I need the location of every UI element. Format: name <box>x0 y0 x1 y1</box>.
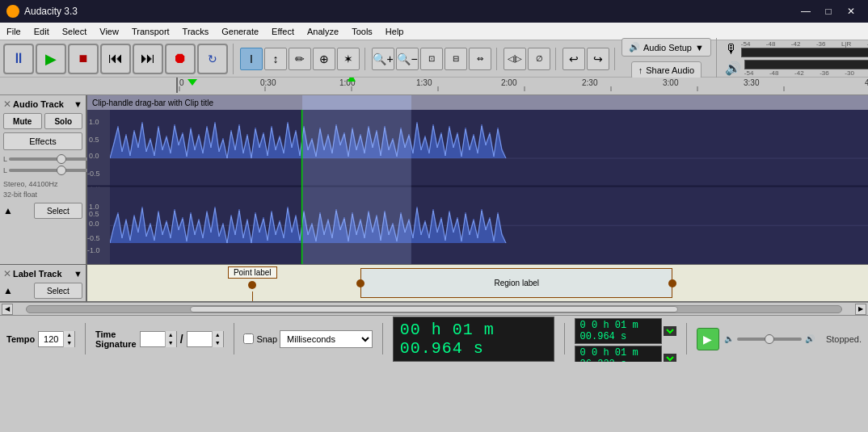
region-left-handle[interactable] <box>356 279 364 287</box>
record-vu-icon[interactable]: 🎙 <box>725 42 738 57</box>
record-button[interactable]: ⏺ <box>165 44 196 74</box>
time-display-text: 00 h 01 m 00.964 s <box>400 321 547 358</box>
minimize-button[interactable]: — <box>795 4 816 19</box>
scroll-right-arrow[interactable]: ▶ <box>855 304 866 315</box>
time-format-select[interactable]: Milliseconds Seconds Minutes:Seconds Bea… <box>280 330 373 348</box>
svg-text:1.0: 1.0 <box>89 118 99 126</box>
menu-select[interactable]: Select <box>56 23 94 40</box>
time-sig-den-up-button[interactable]: ▲ <box>212 331 223 339</box>
menu-file[interactable]: File <box>0 23 27 40</box>
time-signature-label: Time Signature <box>95 329 137 349</box>
tempo-down-button[interactable]: ▼ <box>63 339 74 347</box>
share-icon: ↑ <box>638 65 643 75</box>
label-track-header: ✕ Label Track ▼ <box>3 268 82 279</box>
selection-start-text: 0 0 h 01 m 00.964 s <box>580 320 657 342</box>
audio-setup-label: Audio Setup <box>643 43 692 52</box>
playback-play-button[interactable]: ▶ <box>697 328 719 350</box>
audio-track-panel: ✕ Audio Track ▼ Mute Solo Effects L R L … <box>0 95 868 265</box>
time-sig-num-up-button[interactable]: ▲ <box>165 331 176 339</box>
trim-audio-button[interactable]: ◁|▷ <box>504 48 526 70</box>
tempo-up-button[interactable]: ▲ <box>63 331 74 339</box>
redo-button[interactable]: ↪ <box>587 48 609 70</box>
audio-track-waveform[interactable]: Clip-handle drag-bar with Clip title 1.0… <box>87 95 868 264</box>
playback-vu-icon[interactable]: 🔊 <box>725 61 741 76</box>
select-tool-button[interactable]: I <box>240 48 263 70</box>
loop-button[interactable]: ↻ <box>197 44 228 74</box>
undo-button[interactable]: ↩ <box>563 48 585 70</box>
playback-volume-slider[interactable] <box>737 338 802 341</box>
envelope-tool-button[interactable]: ↕ <box>264 48 287 70</box>
divider-5 <box>686 323 687 354</box>
maximize-button[interactable]: □ <box>818 4 839 19</box>
tempo-input[interactable]: 120 <box>39 334 63 344</box>
svg-text:1:30: 1:30 <box>416 78 432 87</box>
audio-track-controls: ✕ Audio Track ▼ Mute Solo Effects L R L … <box>0 95 87 264</box>
snap-checkbox[interactable] <box>243 333 254 344</box>
label-track-close-button[interactable]: ✕ <box>3 268 11 279</box>
selection-start-dropdown[interactable]: ▼ <box>664 326 676 336</box>
svg-text:3:30: 3:30 <box>744 78 760 87</box>
time-sig-numerator-input[interactable]: 4 <box>141 334 165 344</box>
time-sig-num-down-button[interactable]: ▼ <box>165 339 176 347</box>
menu-transport[interactable]: Transport <box>125 23 176 40</box>
menu-generate[interactable]: Generate <box>215 23 265 40</box>
menu-effect[interactable]: Effect <box>265 23 301 40</box>
svg-text:2:00: 2:00 <box>501 78 517 87</box>
fit-selection-button[interactable]: ⊡ <box>420 48 443 70</box>
audio-track-select-button[interactable]: Select <box>34 203 82 219</box>
play-button[interactable]: ▶ <box>36 44 66 74</box>
zoom-tool-button[interactable]: ⊕ <box>313 48 335 70</box>
svg-text:3:00: 3:00 <box>663 78 679 87</box>
menu-tracks[interactable]: Tracks <box>176 23 216 40</box>
menu-edit[interactable]: Edit <box>27 23 56 40</box>
time-sig-num-spinner[interactable]: 4 ▲ ▼ <box>140 331 177 347</box>
share-audio-button[interactable]: ↑ Share Audio <box>631 61 702 79</box>
menu-tools[interactable]: Tools <box>345 23 379 40</box>
scroll-track[interactable] <box>26 305 842 313</box>
menu-analyze[interactable]: Analyze <box>301 23 345 40</box>
close-button[interactable]: ✕ <box>841 4 862 19</box>
zoom-in-button[interactable]: 🔍+ <box>372 48 394 70</box>
tempo-spinner[interactable]: 120 ▲ ▼ <box>38 331 75 347</box>
audio-track-dropdown-button[interactable]: ▼ <box>74 99 82 109</box>
snap-label[interactable]: Snap <box>256 334 277 344</box>
time-sig-den-down-button[interactable]: ▼ <box>212 339 223 347</box>
scroll-left-arrow[interactable]: ◀ <box>2 304 13 315</box>
fit-project-button[interactable]: ⊟ <box>445 48 467 70</box>
zoom-toggle-button[interactable]: ⇔ <box>469 48 491 70</box>
mute-button[interactable]: Mute <box>3 113 42 129</box>
label-track-area[interactable]: Point label Region label <box>87 265 868 301</box>
menu-view[interactable]: View <box>93 23 125 40</box>
pause-button[interactable]: ⏸ <box>3 44 34 74</box>
menubar: File Edit Select View Transport Tracks G… <box>0 23 868 40</box>
audio-setup-button[interactable]: 🔊 Audio Setup ▼ <box>622 38 711 57</box>
trim-section: ◁|▷ ∅ <box>504 48 556 70</box>
time-sig-den-spinner[interactable]: 4 ▲ ▼ <box>187 331 224 347</box>
time-sig-denominator-input[interactable]: 4 <box>188 334 212 344</box>
stop-button[interactable]: ■ <box>68 44 99 74</box>
horizontal-scrollbar[interactable]: ◀ ▶ <box>0 302 868 315</box>
selection-section: Selection ⚙ 0 0 h 01 m 00.964 s ▼ 0 0 h … <box>575 315 677 362</box>
audio-track-close-button[interactable]: ✕ <box>3 99 11 110</box>
solo-button[interactable]: Solo <box>44 113 83 129</box>
scroll-thumb[interactable] <box>190 306 679 312</box>
draw-tool-button[interactable]: ✏ <box>289 48 311 70</box>
effects-button[interactable]: Effects <box>3 132 82 150</box>
audio-track-expand-button[interactable]: ▲ <box>3 205 13 216</box>
skip-end-button[interactable]: ⏭ <box>133 44 163 74</box>
label-track-dropdown-button[interactable]: ▼ <box>74 269 82 279</box>
skip-start-button[interactable]: ⏮ <box>100 44 131 74</box>
label-track-select-button[interactable]: Select <box>34 283 82 299</box>
time-sig-divider: / <box>180 333 183 346</box>
multi-tool-button[interactable]: ✶ <box>337 48 360 70</box>
menu-help[interactable]: Help <box>379 23 411 40</box>
silence-audio-button[interactable]: ∅ <box>528 48 550 70</box>
zoom-out-button[interactable]: 🔍− <box>396 48 419 70</box>
selection-gear-icon[interactable]: ⚙ <box>611 315 619 317</box>
svg-text:0: 0 <box>179 78 184 87</box>
label-track-expand-button[interactable]: ▲ <box>3 285 13 296</box>
region-right-handle[interactable] <box>668 279 676 287</box>
selection-end-dropdown[interactable]: ▼ <box>664 354 676 362</box>
audio-track-name: Audio Track <box>13 99 64 109</box>
tempo-section: Tempo 120 ▲ ▼ <box>6 331 75 347</box>
